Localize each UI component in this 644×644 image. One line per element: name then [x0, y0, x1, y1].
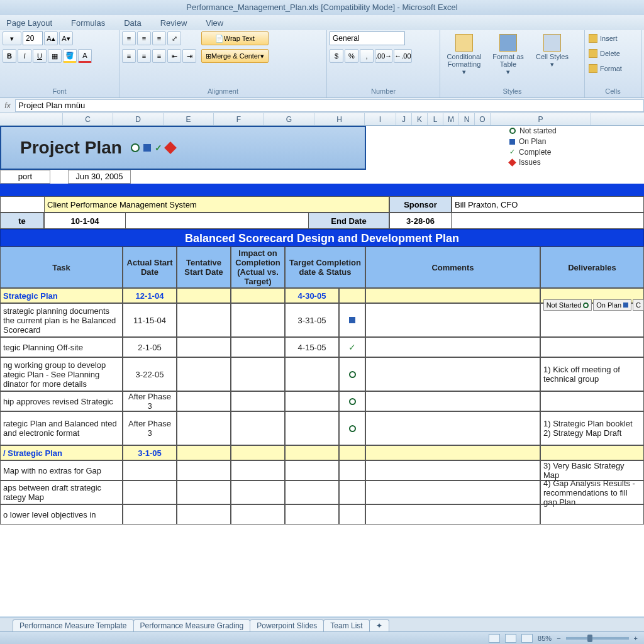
- fill-color-button[interactable]: 🪣: [63, 49, 77, 63]
- col-c[interactable]: C: [63, 113, 113, 125]
- btn-not-started[interactable]: Not Started: [543, 299, 592, 311]
- th-tentative[interactable]: Tentative Start Date: [177, 247, 231, 288]
- zoom-out-button[interactable]: −: [557, 635, 560, 642]
- cell-task[interactable]: aps between draft strategic rategy Map: [0, 480, 123, 504]
- cell-styles-button[interactable]: Cell Styles ▾: [531, 31, 574, 75]
- cell-comments[interactable]: [365, 357, 540, 391]
- cell-target[interactable]: [285, 411, 339, 445]
- cell-comments[interactable]: [365, 303, 540, 337]
- cell-status[interactable]: [339, 460, 365, 480]
- col-j[interactable]: J: [396, 113, 412, 125]
- cell-comments[interactable]: [365, 504, 540, 525]
- merge-center-button[interactable]: ⊞ Merge & Center ▾: [201, 49, 269, 63]
- formula-input[interactable]: Project Plan mnüu: [15, 99, 644, 112]
- number-format-dropdown[interactable]: General: [330, 31, 405, 45]
- align-bottom-button[interactable]: ≡: [152, 31, 166, 45]
- cell-comments[interactable]: [365, 480, 540, 504]
- align-left-button[interactable]: ≡: [122, 49, 136, 63]
- cell-impact[interactable]: [231, 337, 285, 357]
- cell-deliverables[interactable]: [540, 337, 644, 357]
- tab-review[interactable]: Review: [160, 18, 187, 28]
- cell-tentative[interactable]: [177, 391, 231, 411]
- tab-data[interactable]: Data: [124, 18, 141, 28]
- cell-status[interactable]: [339, 357, 365, 391]
- cell-deliverables[interactable]: [540, 445, 644, 460]
- cell-status[interactable]: [339, 504, 365, 525]
- underline-button[interactable]: U: [33, 49, 47, 63]
- th-task[interactable]: Task: [0, 247, 123, 288]
- format-button[interactable]: Format: [587, 62, 623, 75]
- cell-tentative[interactable]: [177, 288, 231, 303]
- table-row[interactable]: o lower level objectives in: [0, 504, 644, 525]
- table-row[interactable]: rategic Plan and Balanced nted and elect…: [0, 411, 644, 445]
- cell-status[interactable]: [339, 480, 365, 504]
- cell-deliverables[interactable]: 3) Very Basic Strategy Map: [540, 460, 644, 480]
- cell-status[interactable]: [339, 445, 365, 460]
- cell-deliverables[interactable]: 1) Strategic Plan booklet 2) Strategy Ma…: [540, 411, 644, 445]
- cell-task[interactable]: Strategic Plan: [0, 288, 123, 303]
- cell-task[interactable]: hip approves revised Strategic: [0, 391, 123, 411]
- cell-target[interactable]: [285, 445, 339, 460]
- cell-actual[interactable]: After Phase 3: [123, 391, 177, 411]
- sheet-tab[interactable]: Team List: [323, 619, 369, 631]
- decrease-decimal-button[interactable]: ←.00: [394, 49, 411, 63]
- align-right-button[interactable]: ≡: [152, 49, 166, 63]
- cell-target[interactable]: 4-30-05: [285, 288, 339, 303]
- table-row[interactable]: / Strategic Plan3-1-05: [0, 445, 644, 460]
- sheet-tab[interactable]: Performance Measure Template: [13, 619, 134, 631]
- cell-tentative[interactable]: [177, 303, 231, 337]
- table-row[interactable]: tegic Planning Off-site2-1-054-15-05✓: [0, 337, 644, 357]
- comma-button[interactable]: ,: [360, 49, 374, 63]
- align-center-button[interactable]: ≡: [137, 49, 151, 63]
- cell-impact[interactable]: [231, 303, 285, 337]
- cell-comments[interactable]: [365, 288, 540, 303]
- cell-actual[interactable]: After Phase 3: [123, 411, 177, 445]
- new-sheet-button[interactable]: ✦: [369, 619, 389, 631]
- cell-actual[interactable]: 3-22-05: [123, 357, 177, 391]
- col-i[interactable]: I: [365, 113, 396, 125]
- cell-actual[interactable]: 12-1-04: [123, 288, 177, 303]
- cell-task[interactable]: strategic planning documents the current…: [0, 303, 123, 337]
- cell-deliverables[interactable]: [540, 504, 644, 525]
- sheet-tab[interactable]: Powerpoint Slides: [250, 619, 324, 631]
- zoom-in-button[interactable]: +: [634, 635, 638, 642]
- shrink-font-button[interactable]: A▾: [59, 31, 73, 45]
- conditional-formatting-button[interactable]: Conditional Formatting ▾: [443, 31, 486, 75]
- cell-target[interactable]: 4-15-05: [285, 337, 339, 357]
- cell-tentative[interactable]: [177, 445, 231, 460]
- th-deliverables[interactable]: Deliverables: [540, 247, 644, 288]
- cell-comments[interactable]: [365, 411, 540, 445]
- currency-button[interactable]: $: [330, 49, 343, 63]
- cell-impact[interactable]: [231, 504, 285, 525]
- insert-button[interactable]: Insert: [587, 31, 623, 45]
- cell-task[interactable]: rategic Plan and Balanced nted and elect…: [0, 411, 123, 445]
- th-actual[interactable]: Actual Start Date: [123, 247, 177, 288]
- col-p[interactable]: P: [491, 113, 591, 125]
- col-m[interactable]: M: [443, 113, 459, 125]
- grow-font-button[interactable]: A▴: [44, 31, 58, 45]
- th-comments[interactable]: Comments: [365, 247, 540, 288]
- cell-comments[interactable]: [365, 337, 540, 357]
- cell-status[interactable]: [339, 391, 365, 411]
- percent-button[interactable]: %: [345, 49, 358, 63]
- cell-impact[interactable]: [231, 288, 285, 303]
- col-g[interactable]: G: [264, 113, 314, 125]
- cell-tentative[interactable]: [177, 480, 231, 504]
- cell-impact[interactable]: [231, 445, 285, 460]
- col-o[interactable]: O: [475, 113, 491, 125]
- col-l[interactable]: L: [428, 113, 443, 125]
- cell-tentative[interactable]: [177, 411, 231, 445]
- cell-task[interactable]: tegic Planning Off-site: [0, 337, 123, 357]
- cell-task[interactable]: Map with no extras for Gap: [0, 460, 123, 480]
- cell-actual[interactable]: 2-1-05: [123, 337, 177, 357]
- worksheet[interactable]: Project Plan ✓ Not started On Plan ✓Comp…: [0, 126, 644, 616]
- italic-button[interactable]: I: [18, 49, 31, 63]
- wrap-text-button[interactable]: 📄 Wrap Text: [201, 31, 269, 45]
- cell-task[interactable]: / Strategic Plan: [0, 445, 123, 460]
- cell-actual[interactable]: 3-1-05: [123, 445, 177, 460]
- col-e[interactable]: E: [164, 113, 214, 125]
- fx-icon[interactable]: fx: [0, 101, 15, 110]
- table-row[interactable]: aps between draft strategic rategy Map4)…: [0, 480, 644, 504]
- tab-pagelayout[interactable]: Page Layout: [6, 18, 52, 28]
- table-row[interactable]: hip approves revised StrategicAfter Phas…: [0, 391, 644, 411]
